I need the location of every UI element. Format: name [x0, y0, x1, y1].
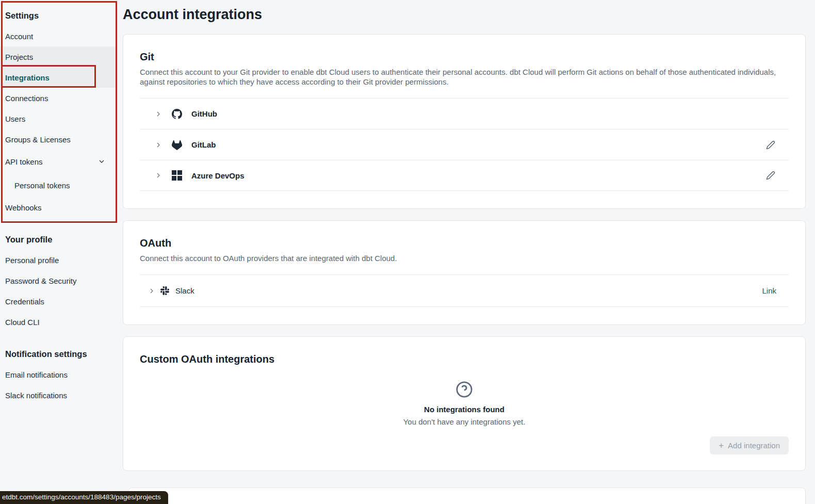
- git-provider-row-github[interactable]: GitHub: [140, 98, 789, 129]
- oauth-card-description: Connect this account to OAuth providers …: [140, 253, 785, 263]
- git-provider-name: GitLab: [191, 140, 216, 149]
- custom-oauth-card-title: Custom OAuth integrations: [140, 353, 789, 365]
- github-icon: [172, 109, 182, 119]
- slack-icon: [160, 286, 169, 295]
- page-title: Account integrations: [123, 7, 806, 23]
- sidebar-item-email-notifications[interactable]: Email notifications: [0, 364, 117, 385]
- git-card-description: Connect this account to your Git provide…: [140, 67, 785, 87]
- app-root: Settings Account Projects Integrations C…: [0, 0, 815, 504]
- git-provider-row-gitlab[interactable]: GitLab: [140, 129, 789, 160]
- sidebar-item-groups-licenses[interactable]: Groups & Licenses: [0, 129, 117, 150]
- next-card-partial: [128, 487, 806, 504]
- chevron-right-icon[interactable]: [148, 287, 156, 295]
- add-integration-label: Add integration: [728, 441, 780, 450]
- empty-state-subtitle: You don't have any integrations yet.: [403, 417, 526, 426]
- sidebar-item-integrations[interactable]: Integrations: [0, 67, 117, 88]
- sidebar-item-connections[interactable]: Connections: [0, 88, 117, 108]
- sidebar-item-projects[interactable]: Projects: [0, 46, 117, 67]
- sidebar-header-your-profile: Your profile: [0, 229, 117, 250]
- sidebar-item-password-security[interactable]: Password & Security: [0, 270, 117, 291]
- sidebar-item-account[interactable]: Account: [0, 26, 117, 46]
- sidebar-item-slack-notifications[interactable]: Slack notifications: [0, 385, 117, 405]
- oauth-card-title: OAuth: [140, 237, 789, 249]
- oauth-provider-row-slack[interactable]: Slack Link: [140, 274, 789, 307]
- sidebar-item-label: API tokens: [5, 157, 43, 166]
- chevron-right-icon[interactable]: [154, 171, 162, 180]
- chevron-right-icon[interactable]: [154, 141, 162, 149]
- edit-azure-devops-button[interactable]: [765, 170, 776, 181]
- plus-icon: +: [719, 441, 724, 450]
- sidebar-nav: Settings Account Projects Integrations C…: [0, 0, 117, 405]
- oauth-card: OAuth Connect this account to OAuth prov…: [123, 220, 806, 325]
- sidebar-header-notification-settings: Notification settings: [0, 344, 117, 364]
- sidebar-header-settings: Settings: [0, 5, 117, 26]
- sidebar-item-personal-tokens[interactable]: Personal tokens: [0, 173, 117, 197]
- empty-state-title: No integrations found: [424, 405, 504, 414]
- edit-gitlab-button[interactable]: [765, 139, 776, 151]
- sidebar-item-api-tokens[interactable]: API tokens: [0, 150, 117, 173]
- git-card-title: Git: [140, 51, 789, 63]
- git-provider-name: Azure DevOps: [191, 171, 244, 180]
- custom-oauth-card: Custom OAuth integrations No integration…: [123, 336, 806, 471]
- sidebar-item-users[interactable]: Users: [0, 108, 117, 129]
- sidebar-item-webhooks[interactable]: Webhooks: [0, 197, 117, 218]
- empty-state: No integrations found You don't have any…: [140, 381, 789, 426]
- add-integration-button[interactable]: + Add integration: [710, 436, 789, 454]
- slack-link-button[interactable]: Link: [762, 286, 776, 295]
- sidebar-item-personal-profile[interactable]: Personal profile: [0, 250, 117, 270]
- custom-oauth-card-footer: + Add integration: [140, 426, 789, 470]
- git-provider-row-azure-devops[interactable]: Azure DevOps: [140, 160, 789, 191]
- chevron-down-icon: [97, 157, 106, 166]
- gitlab-icon: [172, 140, 182, 150]
- oauth-provider-name: Slack: [175, 286, 194, 295]
- help-circle-icon: [455, 381, 473, 400]
- chevron-right-icon[interactable]: [154, 110, 162, 118]
- sidebar-item-credentials[interactable]: Credentials: [0, 291, 117, 312]
- git-provider-name: GitHub: [191, 109, 217, 118]
- pencil-icon: [766, 140, 775, 150]
- pencil-icon: [766, 171, 775, 180]
- main-content: Account integrations Git Connect this ac…: [119, 0, 815, 504]
- git-card: Git Connect this account to your Git pro…: [123, 34, 806, 209]
- oauth-provider-list: Slack Link: [140, 274, 789, 307]
- settings-sidebar: Settings Account Projects Integrations C…: [0, 0, 119, 504]
- git-provider-list: GitHub GitLab: [140, 98, 789, 191]
- azure-devops-icon: [172, 170, 182, 181]
- sidebar-item-cloud-cli[interactable]: Cloud CLI: [0, 312, 117, 332]
- status-bar-url: etdbt.com/settings/accounts/188483/pages…: [0, 491, 168, 504]
